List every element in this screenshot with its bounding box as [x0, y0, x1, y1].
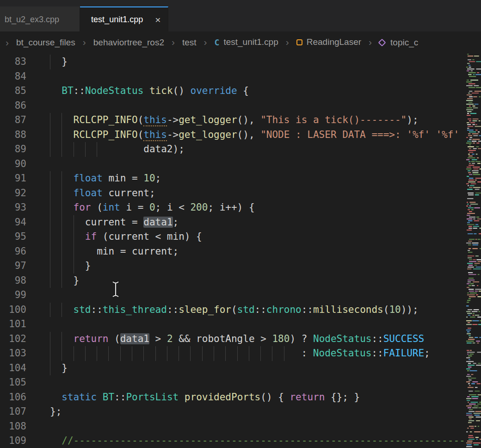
code-line[interactable]: float min = 10;: [50, 171, 466, 186]
code-line[interactable]: static BT::PortsList providedPorts() { r…: [50, 390, 466, 405]
code-line[interactable]: return (data1 > 2 && robotAngle > 180) ?…: [50, 332, 466, 347]
tab-bt_u2_ex3[interactable]: bt_u2_ex3.cpp: [0, 6, 80, 31]
code-area[interactable]: } BT::NodeStatus tick() override {RCLCPP…: [50, 53, 466, 448]
indent-guide: [62, 186, 73, 201]
line-number: 83: [0, 55, 26, 69]
breadcrumb-items: bt_course_files›behaviortree_ros2›test›C…: [16, 37, 418, 48]
indent-guide: [155, 346, 167, 361]
indent-guide: [260, 346, 272, 361]
line-number: 90: [0, 157, 26, 172]
line-number: 88: [0, 128, 26, 143]
indent-guide: [190, 346, 202, 361]
indent-guide: [50, 128, 62, 143]
indent-guide: [62, 142, 73, 157]
line-number: 85: [0, 84, 26, 99]
code-line[interactable]: };: [50, 404, 466, 419]
indent-guide: [62, 303, 73, 317]
class-icon: [296, 39, 302, 45]
indent-guide: [50, 171, 62, 186]
chevron-right-icon: ›: [6, 37, 9, 47]
indent-guide: [167, 346, 179, 361]
line-number: 91: [0, 171, 26, 186]
indent-guide: [50, 142, 62, 157]
indent-guide: [97, 346, 108, 361]
code-line[interactable]: data2);: [50, 142, 466, 157]
tab-label: bt_u2_ex3.cpp: [5, 15, 59, 25]
code-line[interactable]: if (current < min) {: [50, 230, 466, 244]
close-icon[interactable]: ×: [155, 15, 160, 25]
indent-guide: [62, 259, 73, 274]
breadcrumb-item-ReadingLaser[interactable]: ReadingLaser: [296, 37, 361, 47]
indent-guide: [50, 215, 62, 230]
line-number: 107: [0, 404, 26, 419]
cpp-file-icon: C: [215, 37, 220, 47]
line-number: 93: [0, 200, 26, 215]
chevron-right-icon: ›: [83, 37, 86, 47]
line-number: 84: [0, 69, 26, 84]
breadcrumb-item-test_unit1.cpp[interactable]: Ctest_unit1.cpp: [215, 37, 278, 47]
line-number: 86: [0, 99, 26, 113]
line-number: 87: [0, 113, 26, 128]
code-line[interactable]: current = data1;: [50, 215, 466, 230]
breadcrumb-item-behaviortree_ros2[interactable]: behaviortree_ros2: [93, 37, 164, 48]
code-line[interactable]: [50, 157, 466, 172]
code-line[interactable]: }: [50, 55, 466, 69]
line-number: 106: [0, 390, 26, 405]
breadcrumb-item-bt_course_files[interactable]: bt_course_files: [16, 37, 75, 48]
indent-guide: [179, 346, 190, 361]
code-line[interactable]: }: [50, 274, 466, 288]
indent-guide: [108, 346, 120, 361]
code-line[interactable]: min = current;: [50, 244, 466, 259]
code-line[interactable]: [50, 419, 466, 434]
indent-guide: [50, 244, 62, 259]
indent-guide: [62, 171, 73, 186]
indent-guide: [214, 346, 225, 361]
code-line[interactable]: [50, 317, 466, 332]
chevron-right-icon: ›: [172, 37, 175, 47]
indent-guide: [62, 230, 73, 244]
indent-guide: [237, 346, 249, 361]
indent-guide: [50, 346, 62, 361]
indent-guide: [62, 346, 73, 361]
indent-guide: [272, 346, 284, 361]
minimap[interactable]: [466, 53, 481, 448]
code-line[interactable]: }: [50, 361, 466, 376]
code-line[interactable]: : NodeStatus::FAILURE;: [50, 346, 466, 361]
code-line[interactable]: [50, 99, 466, 113]
breadcrumb-item-test[interactable]: test: [182, 37, 197, 48]
code-line[interactable]: RCLCPP_INFO(this->get_logger(), "This is…: [50, 113, 466, 128]
indent-guide: [62, 244, 73, 259]
tab-test_unit1[interactable]: test_unit1.cpp ×: [80, 6, 168, 31]
line-number: 99: [0, 288, 26, 303]
indent-guide: [50, 230, 62, 244]
indent-guide: [62, 128, 73, 143]
indent-guide: [74, 346, 85, 361]
indent-guide: [62, 200, 73, 215]
code-line[interactable]: std::this_thread::sleep_for(std::chrono:…: [50, 303, 466, 317]
indent-guide: [284, 346, 296, 361]
code-line[interactable]: float current;: [50, 186, 466, 201]
line-number: 108: [0, 419, 26, 434]
indent-guide: [143, 346, 155, 361]
code-line[interactable]: [50, 288, 466, 303]
indent-guide: [120, 346, 132, 361]
indent-guide: [62, 274, 73, 288]
line-numbers: 8384858687888990919293949596979899100101…: [0, 53, 32, 448]
code-line[interactable]: [50, 69, 466, 84]
line-number: 100: [0, 303, 26, 317]
indent-guide: [62, 332, 73, 347]
line-number: 94: [0, 215, 26, 230]
breadcrumb-item-topic_c[interactable]: topic_c: [379, 37, 418, 48]
indent-guide: [74, 244, 85, 259]
code-line[interactable]: }: [50, 259, 466, 274]
line-number: 95: [0, 230, 26, 244]
code-line[interactable]: BT::NodeStatus tick() override {: [50, 84, 466, 99]
code-line[interactable]: [50, 375, 466, 390]
code-line[interactable]: //--------------------------------------…: [50, 434, 466, 448]
code-line[interactable]: RCLCPP_INFO(this->get_logger(), "NODE : …: [50, 128, 466, 143]
line-number: 97: [0, 259, 26, 274]
indent-guide: [62, 113, 73, 128]
code-line[interactable]: for (int i = 0; i < 200; i++) {: [50, 200, 466, 215]
indent-guide: [249, 346, 260, 361]
breadcrumb-label: test_unit1.cpp: [223, 37, 278, 47]
